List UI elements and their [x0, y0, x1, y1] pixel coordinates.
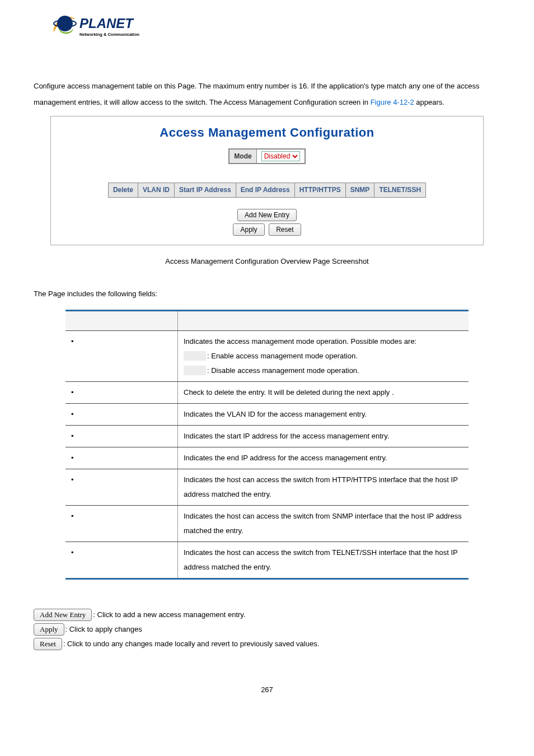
bullet-icon: •	[71, 388, 74, 396]
screenshot-caption: Access Management Configuration Overview…	[34, 256, 500, 267]
svg-point-0	[57, 16, 73, 31]
bullet-icon: •	[71, 475, 74, 484]
config-title: Access Management Configuration	[59, 124, 475, 142]
table-row: • Indicates the host can access the swit…	[65, 505, 469, 542]
bullet-icon: •	[71, 432, 74, 440]
fields-table: • Indicates the access management mode o…	[65, 310, 469, 580]
table-row: • Indicates the start IP address for the…	[65, 425, 469, 447]
col-end-ip: End IP Address	[236, 183, 294, 198]
col-vlan-id: VLAN ID	[138, 183, 174, 198]
intro-paragraph: Configure access management table on thi…	[34, 78, 500, 110]
table-row: • Indicates the host can access the swit…	[65, 542, 469, 578]
mode-select-cell: Disabled	[256, 150, 305, 164]
add-new-entry-desc-button[interactable]: Add New Entry	[34, 609, 92, 621]
svg-text:PLANET: PLANET	[79, 16, 134, 31]
table-cell-desc: Indicates the access management mode ope…	[178, 330, 469, 381]
add-new-entry-button[interactable]: Add New Entry	[237, 209, 297, 221]
svg-text:Networking & Communication: Networking & Communication	[79, 32, 140, 37]
bullet-icon: •	[71, 410, 74, 418]
table-row: • Check to delete the entry. It will be …	[65, 381, 469, 403]
reset-desc-button[interactable]: Reset	[34, 638, 62, 650]
table-header-row	[65, 310, 469, 330]
table-row: • Indicates the end IP address for the a…	[65, 447, 469, 469]
bullet-icon: •	[71, 512, 74, 520]
table-row: • Indicates the VLAN ID for the access m…	[65, 403, 469, 425]
column-headers: Delete VLAN ID Start IP Address End IP A…	[108, 183, 426, 198]
intro-text-after: appears.	[414, 98, 444, 106]
col-http-https: HTTP/HTTPS	[294, 183, 345, 198]
mode-select[interactable]: Disabled	[261, 151, 300, 161]
reset-button[interactable]: Reset	[269, 223, 301, 236]
button-description-row: Apply: Click to apply changes	[34, 622, 500, 637]
button-description-row: Add New Entry: Click to add a new access…	[34, 608, 500, 622]
fields-intro: The Page includes the following fields:	[34, 289, 500, 299]
config-screenshot: Access Management Configuration Mode Dis…	[50, 116, 484, 245]
bullet-icon: •	[71, 337, 74, 346]
table-row: • Indicates the host can access the swit…	[65, 469, 469, 505]
logo: PLANET Networking & Communication	[50, 11, 500, 45]
mode-label: Mode	[229, 150, 256, 164]
bullet-icon: •	[71, 548, 74, 557]
page-number: 267	[34, 685, 500, 695]
col-start-ip: Start IP Address	[174, 183, 236, 198]
apply-button[interactable]: Apply	[233, 223, 264, 236]
disabled-label	[184, 366, 206, 375]
mode-row: Mode Disabled	[228, 148, 305, 164]
apply-desc-button[interactable]: Apply	[34, 623, 64, 636]
figure-link[interactable]: Figure 4-12-2	[371, 98, 414, 106]
col-snmp: SNMP	[345, 183, 374, 198]
col-delete: Delete	[108, 183, 138, 198]
planet-logo-icon: PLANET Networking & Communication	[50, 11, 146, 42]
col-telnet-ssh: TELNET/SSH	[374, 183, 426, 198]
button-description-row: Reset: Click to undo any changes made lo…	[34, 637, 500, 651]
bullet-icon: •	[71, 454, 74, 462]
enabled-label	[184, 351, 206, 361]
table-row: • Indicates the access management mode o…	[65, 330, 469, 381]
